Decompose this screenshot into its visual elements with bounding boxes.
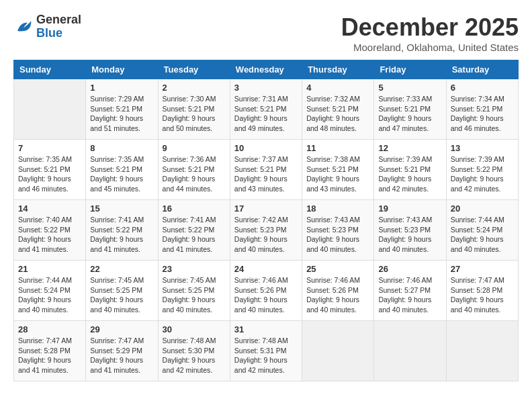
day-number: 23 (163, 264, 226, 274)
day-info: Sunrise: 7:44 AM Sunset: 5:24 PM Dayligh… (451, 215, 514, 255)
day-number: 1 (90, 83, 153, 93)
day-info: Sunrise: 7:47 AM Sunset: 5:28 PM Dayligh… (18, 336, 81, 375)
calendar-cell: 1Sunrise: 7:29 AM Sunset: 5:21 PM Daylig… (86, 79, 158, 140)
calendar-cell: 23Sunrise: 7:45 AM Sunset: 5:25 PM Dayli… (158, 261, 230, 321)
day-info: Sunrise: 7:42 AM Sunset: 5:23 PM Dayligh… (234, 215, 298, 255)
day-number: 25 (306, 264, 369, 274)
day-number: 9 (163, 143, 226, 153)
header-day: Sunday (14, 60, 86, 79)
day-number: 11 (306, 143, 369, 153)
day-info: Sunrise: 7:48 AM Sunset: 5:31 PM Dayligh… (234, 336, 298, 375)
day-info: Sunrise: 7:40 AM Sunset: 5:22 PM Dayligh… (18, 215, 81, 255)
calendar-cell: 13Sunrise: 7:39 AM Sunset: 5:22 PM Dayli… (446, 140, 518, 200)
logo-icon (13, 17, 34, 37)
day-number: 12 (378, 143, 441, 153)
day-info: Sunrise: 7:39 AM Sunset: 5:21 PM Dayligh… (378, 154, 441, 194)
day-info: Sunrise: 7:48 AM Sunset: 5:30 PM Dayligh… (163, 336, 226, 375)
calendar-table: SundayMondayTuesdayWednesdayThursdayFrid… (13, 60, 519, 381)
day-number: 22 (90, 264, 153, 274)
calendar-cell: 12Sunrise: 7:39 AM Sunset: 5:21 PM Dayli… (374, 140, 446, 200)
day-number: 18 (306, 203, 369, 214)
day-info: Sunrise: 7:45 AM Sunset: 5:25 PM Dayligh… (163, 275, 226, 315)
day-info: Sunrise: 7:33 AM Sunset: 5:21 PM Dayligh… (378, 94, 441, 134)
day-number: 19 (378, 203, 441, 214)
header-day: Saturday (446, 60, 518, 79)
calendar-cell: 16Sunrise: 7:41 AM Sunset: 5:22 PM Dayli… (158, 200, 230, 261)
calendar-cell: 27Sunrise: 7:47 AM Sunset: 5:28 PM Dayli… (446, 261, 518, 321)
day-number: 21 (18, 264, 81, 274)
day-info: Sunrise: 7:35 AM Sunset: 5:21 PM Dayligh… (18, 154, 81, 194)
day-info: Sunrise: 7:37 AM Sunset: 5:21 PM Dayligh… (234, 154, 298, 194)
calendar-week-row: 1Sunrise: 7:29 AM Sunset: 5:21 PM Daylig… (14, 79, 519, 140)
calendar-cell: 20Sunrise: 7:44 AM Sunset: 5:24 PM Dayli… (446, 200, 518, 261)
calendar-cell: 21Sunrise: 7:44 AM Sunset: 5:24 PM Dayli… (14, 261, 86, 321)
calendar-body: 1Sunrise: 7:29 AM Sunset: 5:21 PM Daylig… (14, 79, 519, 381)
day-info: Sunrise: 7:38 AM Sunset: 5:21 PM Dayligh… (306, 154, 369, 194)
day-info: Sunrise: 7:30 AM Sunset: 5:21 PM Dayligh… (163, 94, 226, 134)
header-day: Wednesday (230, 60, 302, 79)
day-number: 14 (18, 203, 81, 214)
day-info: Sunrise: 7:29 AM Sunset: 5:21 PM Dayligh… (90, 94, 153, 134)
calendar-cell: 22Sunrise: 7:45 AM Sunset: 5:25 PM Dayli… (86, 261, 158, 321)
day-info: Sunrise: 7:44 AM Sunset: 5:24 PM Dayligh… (18, 275, 81, 315)
calendar-cell: 30Sunrise: 7:48 AM Sunset: 5:30 PM Dayli… (158, 321, 230, 381)
day-info: Sunrise: 7:43 AM Sunset: 5:23 PM Dayligh… (306, 215, 369, 255)
calendar-cell: 19Sunrise: 7:43 AM Sunset: 5:23 PM Dayli… (374, 200, 446, 261)
logo-text: General Blue (36, 13, 81, 40)
calendar-cell: 3Sunrise: 7:31 AM Sunset: 5:21 PM Daylig… (230, 79, 302, 140)
calendar-cell: 9Sunrise: 7:36 AM Sunset: 5:21 PM Daylig… (158, 140, 230, 200)
day-info: Sunrise: 7:45 AM Sunset: 5:25 PM Dayligh… (90, 275, 153, 315)
calendar-cell (14, 79, 86, 140)
calendar-week-row: 7Sunrise: 7:35 AM Sunset: 5:21 PM Daylig… (14, 140, 519, 200)
day-number: 28 (18, 324, 81, 334)
calendar-cell: 14Sunrise: 7:40 AM Sunset: 5:22 PM Dayli… (14, 200, 86, 261)
calendar-title: December 2025 (341, 13, 519, 42)
calendar-subtitle: Mooreland, Oklahoma, United States (341, 42, 519, 53)
day-info: Sunrise: 7:41 AM Sunset: 5:22 PM Dayligh… (163, 215, 226, 255)
calendar-cell: 4Sunrise: 7:32 AM Sunset: 5:21 PM Daylig… (302, 79, 374, 140)
day-number: 31 (234, 324, 298, 334)
day-number: 24 (234, 264, 298, 274)
day-info: Sunrise: 7:36 AM Sunset: 5:21 PM Dayligh… (163, 154, 226, 194)
day-info: Sunrise: 7:46 AM Sunset: 5:26 PM Dayligh… (234, 275, 298, 315)
day-info: Sunrise: 7:46 AM Sunset: 5:26 PM Dayligh… (306, 275, 369, 315)
day-info: Sunrise: 7:46 AM Sunset: 5:27 PM Dayligh… (378, 275, 441, 315)
calendar-cell: 24Sunrise: 7:46 AM Sunset: 5:26 PM Dayli… (230, 261, 302, 321)
day-number: 5 (378, 83, 441, 93)
calendar-cell: 26Sunrise: 7:46 AM Sunset: 5:27 PM Dayli… (374, 261, 446, 321)
calendar-week-row: 21Sunrise: 7:44 AM Sunset: 5:24 PM Dayli… (14, 261, 519, 321)
logo: General Blue (13, 13, 81, 40)
day-number: 27 (451, 264, 514, 274)
calendar-cell: 28Sunrise: 7:47 AM Sunset: 5:28 PM Dayli… (14, 321, 86, 381)
day-info: Sunrise: 7:32 AM Sunset: 5:21 PM Dayligh… (306, 94, 369, 134)
day-number: 8 (90, 143, 153, 153)
day-info: Sunrise: 7:35 AM Sunset: 5:21 PM Dayligh… (90, 154, 153, 194)
day-number: 29 (90, 324, 153, 334)
calendar-cell: 8Sunrise: 7:35 AM Sunset: 5:21 PM Daylig… (86, 140, 158, 200)
title-area: December 2025 Mooreland, Oklahoma, Unite… (341, 13, 519, 53)
calendar-week-row: 14Sunrise: 7:40 AM Sunset: 5:22 PM Dayli… (14, 200, 519, 261)
day-number: 3 (234, 83, 298, 93)
day-number: 2 (163, 83, 226, 93)
calendar-header-row: SundayMondayTuesdayWednesdayThursdayFrid… (14, 60, 519, 79)
day-number: 7 (18, 143, 81, 153)
calendar-cell: 7Sunrise: 7:35 AM Sunset: 5:21 PM Daylig… (14, 140, 86, 200)
calendar-cell: 5Sunrise: 7:33 AM Sunset: 5:21 PM Daylig… (374, 79, 446, 140)
calendar-cell (374, 321, 446, 381)
day-info: Sunrise: 7:47 AM Sunset: 5:29 PM Dayligh… (90, 336, 153, 375)
calendar-cell: 2Sunrise: 7:30 AM Sunset: 5:21 PM Daylig… (158, 79, 230, 140)
calendar-cell: 29Sunrise: 7:47 AM Sunset: 5:29 PM Dayli… (86, 321, 158, 381)
day-number: 13 (451, 143, 514, 153)
day-info: Sunrise: 7:34 AM Sunset: 5:21 PM Dayligh… (451, 94, 514, 134)
day-info: Sunrise: 7:47 AM Sunset: 5:28 PM Dayligh… (451, 275, 514, 315)
day-info: Sunrise: 7:43 AM Sunset: 5:23 PM Dayligh… (378, 215, 441, 255)
day-number: 4 (306, 83, 369, 93)
calendar-cell (446, 321, 518, 381)
day-number: 17 (234, 203, 298, 214)
calendar-cell: 18Sunrise: 7:43 AM Sunset: 5:23 PM Dayli… (302, 200, 374, 261)
page-header: General Blue December 2025 Mooreland, Ok… (13, 13, 519, 53)
day-number: 16 (163, 203, 226, 214)
calendar-cell: 6Sunrise: 7:34 AM Sunset: 5:21 PM Daylig… (446, 79, 518, 140)
calendar-cell: 10Sunrise: 7:37 AM Sunset: 5:21 PM Dayli… (230, 140, 302, 200)
day-info: Sunrise: 7:39 AM Sunset: 5:22 PM Dayligh… (451, 154, 514, 194)
